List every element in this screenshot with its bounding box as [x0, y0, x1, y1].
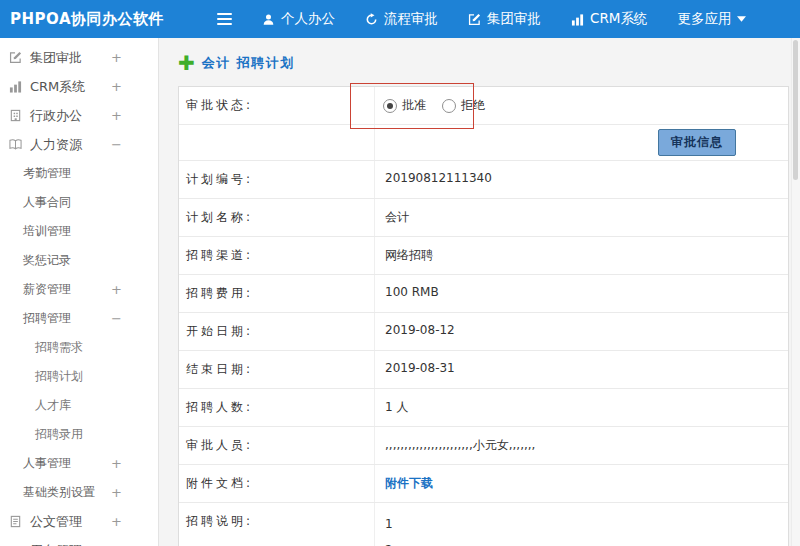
expander-toggle[interactable]: − [111, 311, 122, 326]
nav-label: 个人办公 [281, 10, 335, 28]
sidebar-item-vehicle-mgmt[interactable]: 用车管理 + [0, 536, 158, 546]
scrollbar-thumb[interactable] [793, 40, 798, 180]
field-label: 招聘说明: [179, 503, 375, 546]
field-value: 2019-08-31 [375, 351, 788, 388]
expander-toggle[interactable]: + [111, 79, 122, 94]
sidebar-item-label: CRM系统 [30, 78, 85, 96]
nav-group-approval[interactable]: 集团审批 [453, 0, 556, 38]
field-label: 审批状态: [179, 87, 375, 124]
expander-toggle[interactable]: + [111, 50, 122, 65]
field-value: 1 2 [375, 503, 788, 546]
field-value: 附件下载 [375, 465, 788, 502]
bar-chart-icon [9, 80, 24, 94]
field-row-plan-name: 计划名称: 会计 [179, 199, 788, 237]
sidebar-item-label: 人力资源 [30, 136, 82, 154]
sidebar-item-crm[interactable]: CRM系统 + [0, 72, 158, 101]
recruit-plan-detail-table: 审批状态: 批准 拒绝 审批信息 [178, 86, 789, 546]
field-value: 2019-08-12 [375, 313, 788, 350]
sidebar-item-label: 招聘管理 [23, 310, 71, 327]
page-body: 集团审批 + CRM系统 + 行政办公 + 人力资源 − 考勤管理 人事合同 培… [0, 38, 800, 546]
sidebar-item-label: 基础类别设置 [23, 484, 95, 501]
page-header: ✚ 会计 招聘计划 [178, 53, 789, 72]
sidebar-item-hr-contract[interactable]: 人事合同 [0, 188, 158, 217]
field-label: 招聘费用: [179, 275, 375, 312]
expander-toggle[interactable]: + [111, 485, 122, 500]
field-row-description: 招聘说明: 1 2 [179, 503, 788, 546]
nav-workflow-approval[interactable]: 流程审批 [350, 0, 453, 38]
nav-crm-system[interactable]: CRM系统 [556, 0, 662, 38]
field-label: 附件文档: [179, 465, 375, 502]
page-title: 会计 招聘计划 [202, 54, 295, 72]
expander-toggle[interactable]: − [111, 137, 122, 152]
sidebar-item-personnel[interactable]: 人事管理 + [0, 449, 158, 478]
sidebar-item-label: 招聘需求 [35, 339, 83, 356]
sidebar-item-label: 人事管理 [23, 455, 71, 472]
book-icon [9, 138, 24, 152]
sidebar-item-label: 薪资管理 [23, 281, 71, 298]
radio-option-approve[interactable]: 批准 [383, 97, 426, 114]
field-value: 会计 [375, 199, 788, 236]
workflow-icon [365, 13, 378, 26]
vertical-scrollbar[interactable] [791, 38, 800, 546]
main-content: ✚ 会计 招聘计划 审批状态: 批准 拒绝 [159, 38, 800, 546]
sidebar-item-hr[interactable]: 人力资源 − [0, 130, 158, 159]
hamburger-menu-icon[interactable] [202, 13, 247, 25]
radio-option-reject[interactable]: 拒绝 [442, 97, 485, 114]
sidebar-item-label: 招聘录用 [35, 426, 83, 443]
expander-toggle[interactable]: + [111, 514, 122, 529]
sidebar-item-rewards[interactable]: 奖惩记录 [0, 246, 158, 275]
field-value: 网络招聘 [375, 237, 788, 274]
field-row-channel: 招聘渠道: 网络招聘 [179, 237, 788, 275]
expander-toggle[interactable]: + [111, 108, 122, 123]
sidebar-item-recruit-demand[interactable]: 招聘需求 [0, 333, 158, 362]
app-logo: PHPOA协同办公软件 [0, 10, 202, 29]
status-radio-group: 批准 拒绝 [375, 87, 788, 124]
field-row-plan-number: 计划编号: 20190812111340 [179, 161, 788, 199]
field-label: 招聘人数: [179, 389, 375, 426]
field-row-headcount: 招聘人数: 1 人 [179, 389, 788, 427]
sidebar-item-document-mgmt[interactable]: 公文管理 + [0, 507, 158, 536]
sidebar-item-recruit-hire[interactable]: 招聘录用 [0, 420, 158, 449]
sidebar: 集团审批 + CRM系统 + 行政办公 + 人力资源 − 考勤管理 人事合同 培… [0, 38, 159, 546]
sidebar-item-recruit-plan[interactable]: 招聘计划 [0, 362, 158, 391]
field-row-cost: 招聘费用: 100 RMB [179, 275, 788, 313]
sidebar-item-label: 人事合同 [23, 194, 71, 211]
field-label: 开始日期: [179, 313, 375, 350]
field-value: ,,,,,,,,,,,,,,,,,,,,,,,小元女,,,,,,, [375, 427, 788, 464]
expander-toggle[interactable]: + [111, 456, 122, 471]
field-row-attachment: 附件文档: 附件下载 [179, 465, 788, 503]
sidebar-item-salary[interactable]: 薪资管理 + [0, 275, 158, 304]
nav-label: 流程审批 [384, 10, 438, 28]
add-icon: ✚ [178, 55, 195, 71]
nav-personal-office[interactable]: 个人办公 [247, 0, 350, 38]
approval-button-row: 审批信息 [179, 125, 788, 161]
field-label: 结束日期: [179, 351, 375, 388]
person-icon [262, 13, 275, 26]
field-value: 1 人 [375, 389, 788, 426]
nav-label: 集团审批 [487, 10, 541, 28]
sidebar-item-recruitment[interactable]: 招聘管理 − [0, 304, 158, 333]
sidebar-item-label: 用车管理 [30, 542, 82, 546]
attachment-download-link[interactable]: 附件下载 [385, 476, 433, 490]
edit-icon [468, 13, 481, 26]
sidebar-item-attendance[interactable]: 考勤管理 [0, 159, 158, 188]
field-label: 招聘渠道: [179, 237, 375, 274]
sidebar-item-admin-office[interactable]: 行政办公 + [0, 101, 158, 130]
nav-label: 更多应用 [677, 10, 731, 28]
sidebar-item-label: 集团审批 [30, 49, 82, 67]
sidebar-item-base-category[interactable]: 基础类别设置 + [0, 478, 158, 507]
sidebar-item-training[interactable]: 培训管理 [0, 217, 158, 246]
approval-info-button[interactable]: 审批信息 [658, 129, 736, 156]
document-icon [9, 515, 24, 529]
field-value: 100 RMB [375, 275, 788, 312]
sidebar-item-group-approval[interactable]: 集团审批 + [0, 43, 158, 72]
nav-label: CRM系统 [590, 10, 647, 28]
field-row-start-date: 开始日期: 2019-08-12 [179, 313, 788, 351]
sidebar-item-label: 公文管理 [30, 513, 82, 531]
radio-approve-icon[interactable] [383, 99, 397, 113]
sidebar-item-talent-pool[interactable]: 人才库 [0, 391, 158, 420]
field-row-end-date: 结束日期: 2019-08-31 [179, 351, 788, 389]
expander-toggle[interactable]: + [111, 282, 122, 297]
nav-more-apps[interactable]: 更多应用 [662, 0, 761, 38]
radio-reject-icon[interactable] [442, 99, 456, 113]
